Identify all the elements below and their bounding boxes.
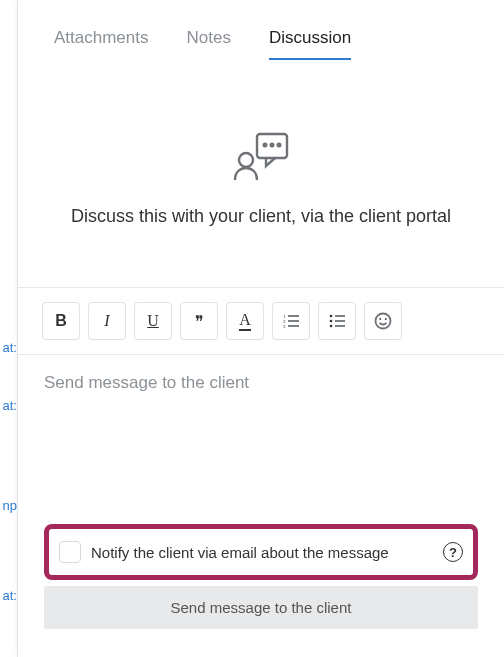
svg-point-3 [278, 144, 281, 147]
discussion-icon [231, 130, 291, 182]
tab-discussion[interactable]: Discussion [269, 28, 351, 60]
tab-notes[interactable]: Notes [187, 28, 231, 60]
send-button[interactable]: Send message to the client [44, 586, 478, 629]
background-left-strip: at: at: np at: [0, 0, 18, 657]
discussion-panel: Attachments Notes Discussion Discuss thi… [18, 0, 504, 657]
help-icon[interactable]: ? [443, 542, 463, 562]
tab-bar: Attachments Notes Discussion [18, 0, 504, 60]
unordered-list-button[interactable] [318, 302, 356, 340]
notify-checkbox[interactable] [59, 541, 81, 563]
message-input[interactable]: Send message to the client [18, 355, 504, 524]
quote-button[interactable]: ❞ [180, 302, 218, 340]
ordered-list-icon: 1 2 3 [283, 314, 299, 328]
footer: Notify the client via email about the me… [18, 524, 504, 657]
svg-point-17 [376, 314, 391, 329]
emoji-button[interactable] [364, 302, 402, 340]
emoji-icon [374, 312, 392, 330]
svg-point-2 [271, 144, 274, 147]
tab-attachments[interactable]: Attachments [54, 28, 149, 60]
notify-label: Notify the client via email about the me… [91, 544, 433, 561]
svg-point-18 [379, 318, 381, 320]
svg-point-19 [385, 318, 387, 320]
bold-button[interactable]: B [42, 302, 80, 340]
svg-point-11 [330, 315, 333, 318]
svg-point-4 [239, 153, 253, 167]
svg-point-1 [264, 144, 267, 147]
ordered-list-button[interactable]: 1 2 3 [272, 302, 310, 340]
editor-toolbar: B I U ❞ A 1 2 3 [18, 288, 504, 354]
svg-text:3: 3 [283, 324, 286, 328]
unordered-list-icon [329, 314, 345, 328]
svg-point-12 [330, 320, 333, 323]
text-color-button[interactable]: A [226, 302, 264, 340]
underline-button[interactable]: U [134, 302, 172, 340]
svg-point-13 [330, 325, 333, 328]
italic-button[interactable]: I [88, 302, 126, 340]
empty-state: Discuss this with your client, via the c… [18, 60, 504, 267]
empty-state-text: Discuss this with your client, via the c… [38, 206, 484, 227]
notify-highlight: Notify the client via email about the me… [44, 524, 478, 580]
